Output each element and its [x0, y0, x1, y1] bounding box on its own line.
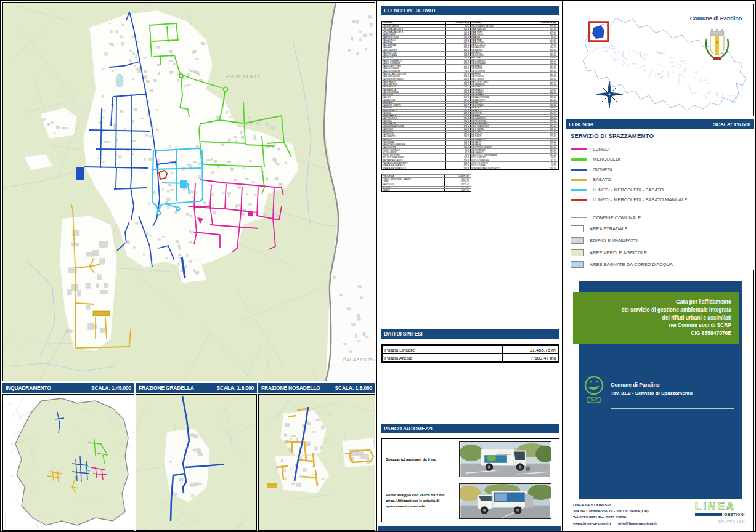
route-swatch: [571, 158, 587, 161]
logo-group-text: GRUPPO LGH: [718, 520, 745, 523]
tender-line: nei Comuni soci di SCRP: [669, 321, 731, 329]
legend-item: LUNEDI - MERCOLEDI - SABATO: [566, 185, 754, 195]
street-row: VIA VITTORIO EMANUELE 423,90 VIA VERGA 1…: [382, 143, 558, 145]
streets-table: TOPONIMO LUNGHEZZA (M) TOPONIMO LUNGHEZZ…: [381, 21, 559, 170]
legend-item-label: AREA STRADALE: [590, 226, 628, 232]
legend-item: LUNEDI - MERCOLEDI - SABATO MANUALE: [566, 195, 754, 206]
legend-item: LUNEDI: [566, 144, 754, 155]
summary-row: FREQUENZA LUNGH. (M): [382, 174, 471, 177]
nosadello-map: [259, 395, 375, 530]
street-row: STRADA PER NOSADELLO 578,35 STRADA VICIN…: [382, 167, 558, 169]
province-overview-panel: Comune di Pandino: [566, 4, 754, 116]
street-row: VIA LODI 356,25 VIA MALCONTENTA 231,50: [382, 95, 558, 98]
street-row: VIA DON CARLO GNOCCHI 187,45 VIA FERMI 2…: [382, 72, 558, 75]
summary-row: LUNEDI 8.706,00: [382, 180, 471, 183]
street-row: VIA NOSADELLO 487,90 VIA PASCOLI 167,40: [382, 109, 558, 111]
nosadello-title: FRAZIONE NOSADELLO: [261, 385, 320, 391]
gradella-scale: SCALA: 1:8.000: [217, 385, 254, 391]
parco-title: PARCO AUTOMEZZI: [384, 425, 433, 432]
map-sheet: PANDINO PALAZZO PIGNANO INQUADRAMENTO SC…: [0, 0, 756, 532]
gradella-header: FRAZIONE GRADELLA SCALA: 1:8.000: [136, 383, 257, 393]
legend-item: GIOVEDI: [566, 164, 754, 175]
company-name: LINEA GESTIONI SRL: [573, 502, 663, 508]
town-label: PANDINO: [226, 73, 261, 79]
legend-item: SABATO: [566, 175, 754, 185]
title-block: Gara per l'affidamento del servizio di g…: [566, 270, 754, 531]
porter-photo: [459, 483, 551, 519]
area-swatch: [571, 237, 584, 244]
dati-row: Pulizia Areale 7.589,47 mq: [383, 353, 558, 361]
street-row: VIA DELLA VITTORIA 221,70 VIA EINAUDI 18…: [382, 64, 558, 66]
legend-item: AREE BAGNATE DA CORSO D'ACQUA: [566, 259, 754, 271]
street-row: STRADA PER GRADELLA 612,90 VICOLO TORRE …: [382, 164, 558, 166]
dati-row: Pulizia Lineare 31.455,75 ml: [383, 345, 558, 353]
tender-line: dei rifiuti urbani e assimilati: [662, 314, 731, 322]
neighbor-label: PALAZZO PIGNANO: [343, 358, 375, 362]
route-swatch: [571, 179, 587, 181]
sheet-titles: Comune di Pandino Tav. 31.2 - Servizio d…: [611, 382, 693, 396]
street-row: VIA BERGAMO 210,45 VIA A. VOLTA 154,80: [382, 33, 558, 35]
streets-summary-table: FREQUENZA LUNGH. (M) LUNEDI - MERCOLEDI …: [381, 174, 471, 192]
legend-item-label: AREE BAGNATE DA CORSO D'ACQUA: [590, 262, 673, 267]
route-giovedi-area: [76, 167, 84, 180]
street-row: VIA CREMA 412,75 VIA ALIGHIERI 257,30: [382, 41, 558, 43]
street-row: VIA LA PIRA 134,90 VIA LEOPARDI 149,75: [382, 93, 558, 95]
street-row: VIA ROMA 456,30 VIA RESISTENZA 276,55: [382, 119, 558, 122]
comune-smiley-logo: [582, 375, 606, 405]
dati-table: Pulizia Lineare 31.455,75 ml Pulizia Are…: [381, 344, 559, 363]
street-row: VIA UMBERTO I 389,75 VIA TURATI 203,85: [382, 135, 558, 137]
footer-strip: [378, 526, 561, 532]
route-sabato-area: [267, 483, 277, 488]
street-row: VIA CASTELLO 188,60 VIA AI PRATI 203,40: [382, 38, 558, 41]
vehicle-photo-cell: [451, 480, 559, 522]
street-row: PIAZZA DELLA RINASCENTE 143,25 VICOLO S.…: [382, 161, 558, 164]
streets-table-body: CASCINE GANDINI 85,00 VIA LEONARDO DA VI…: [382, 25, 558, 169]
route-swatch: [571, 169, 587, 171]
street-row: VIA TRIESTE 176,25 VIA TOBAGI 158,30: [382, 132, 558, 135]
tender-line: Gara per l'affidamento: [676, 298, 731, 306]
summary-row: GIOVEDI 7.120,00: [382, 186, 471, 189]
inquadramento-scale: SCALA: 1:45.000: [91, 385, 131, 391]
nosadello-map-panel: [258, 394, 375, 531]
vehicles-table: Spazzatrici aspiranti da 6 mc: [381, 438, 559, 522]
legend-item-label: LUNEDI - MERCOLEDI - SABATO MANUALE: [593, 197, 688, 203]
main-map-panel: PANDINO PALAZZO PIGNANO: [2, 2, 375, 381]
main-map: PANDINO PALAZZO PIGNANO: [3, 3, 375, 381]
legenda-header: LEGENDA SCALA: 1:6.500: [566, 119, 754, 129]
street-row: VIA IV NOVEMBRE 208,35 VIA KENNEDY 262,4…: [382, 91, 558, 93]
street-row: P.ZA VITT. EMANUELE III 256,80 VICOLO MU…: [382, 156, 558, 158]
street-row: VICOLO CHIUSO 62,75 VIA I MAGGIO 192,85: [382, 151, 558, 153]
legend-item-label: EDIFICI E MANUFATTI: [590, 238, 638, 243]
column-divider: [564, 1, 564, 531]
inquadramento-header: INQUADRAMENTO SCALA: 1:45.000: [2, 383, 134, 393]
column-divider: [562, 1, 563, 531]
street-row: VIA PETRARCA 148,20 VIA PIAVE 187,35: [382, 114, 558, 116]
legend-item: EDIFICI E MANUFATTI: [566, 235, 754, 247]
route-swatch: [571, 148, 587, 151]
column-divider: [376, 1, 377, 531]
tender-line: del servizio di gestione ambientale inte…: [621, 306, 731, 314]
legend-section-title: SERVIZIO DI SPAZZAMENTO: [571, 132, 754, 139]
overview-label: Comune di Pandino: [690, 15, 742, 22]
legend-item-label: MERCOLEDI: [593, 156, 620, 162]
street-row: VIA PONTIROLO 325,65 VIA QUASIMODO 129,8…: [382, 116, 558, 119]
street-row: VIA DEL COMMERCIO 385,50 VIA DON BOSCO 1…: [382, 59, 558, 62]
dati-header: DATI DI SINTESI: [381, 329, 559, 339]
legenda-title: LEGENDA: [569, 121, 593, 127]
route-lunedi-area: [248, 212, 253, 216]
company-website[interactable]: www.linea-gestioni.it: [573, 521, 611, 525]
title-divider: [611, 408, 734, 409]
street-row: VIA DEL FONTANILE 274,15 VIA DON MILANI …: [382, 62, 558, 64]
elenco-header: ELENCO VIE SERVITE: [381, 6, 559, 15]
street-row: VIA DEI TIGLI 142,90 VIA CURIEL 176,85: [382, 56, 558, 58]
street-row: CASCINE GANDINI 85,00 VIA LEONARDO DA VI…: [382, 25, 558, 27]
street-row: VIALE EUROPA 368,45 VIA VITTORIO VENETO …: [382, 145, 558, 148]
parco-header: PARCO AUTOMEZZI: [381, 424, 559, 433]
company-email[interactable]: info@linea-gestioni.it: [618, 521, 657, 525]
street-row: VIA NENNI 164,30 VIA MORO 198,65: [382, 106, 558, 108]
street-row: VICOLO CASTELLO 84,20 VIA XXV APRILE 246…: [382, 148, 558, 151]
street-row: VIA FATEBENEFRATELLI 412,35 VIA G. BRUNO…: [382, 78, 558, 80]
sheet-number: Tav. 31.2 - Servizio di Spazzamento: [611, 390, 693, 396]
company-phone: Tel 0373.8971 Fax 0373.85210: [573, 514, 663, 520]
vehicle-row: Spazzatrici aspiranti da 6 mc: [382, 439, 559, 480]
